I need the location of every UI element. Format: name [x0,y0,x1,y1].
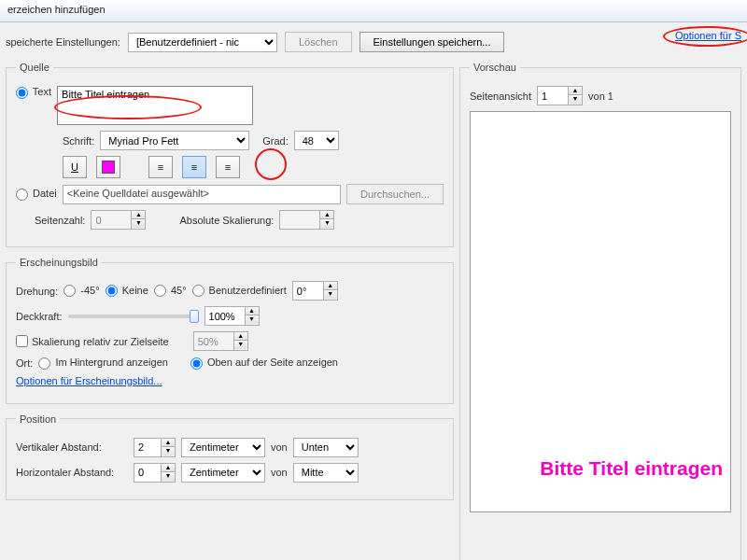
slider-thumb-icon[interactable] [190,310,199,323]
vdist-label: Vertikaler Abstand: [16,441,128,453]
size-select[interactable]: 48 [294,131,339,150]
vdist-unit-select[interactable]: Zentimeter [181,438,265,457]
size-label: Grad: [262,135,289,147]
rot-custom-radio[interactable]: Benutzerdefiniert [192,285,287,298]
appearance-options-link[interactable]: Optionen für Erscheinungsbild... [16,375,162,386]
absscale-label: Absolute Skalierung: [179,215,274,226]
color-swatch-icon [102,161,115,174]
page-options-link[interactable]: Optionen für S [675,30,741,41]
spin-up-icon: ▲ [132,211,145,219]
opacity-slider[interactable] [68,315,199,318]
saved-settings-label: speicherte Einstellungen: [6,36,120,48]
rotation-input[interactable] [292,281,324,301]
preview-canvas: Bitte Titel eintragen [470,111,731,512]
preview-fieldset: Vorschau Seitenansicht ▲▼ von 1 Bitte Ti… [459,62,741,560]
appearance-fieldset: Erscheinungsbild Drehung: -45° Keine 45°… [6,257,454,404]
preview-legend: Vorschau [470,62,520,73]
appearance-legend: Erscheinungsbild [16,257,102,268]
scale-input [193,331,234,351]
v-from-label: von [271,441,288,453]
h-from-label: von [271,467,288,478]
text-radio[interactable]: Text [16,86,51,99]
hdist-input[interactable] [134,463,162,483]
position-legend: Position [16,413,60,425]
scale-checkbox[interactable]: Skalierung relativ zur Zielseite [16,335,169,347]
font-select[interactable]: Myriad Pro Fett [100,131,249,150]
opacity-input[interactable] [204,306,246,326]
rot-m45-radio[interactable]: -45° [63,285,99,298]
pageview-input[interactable] [537,86,569,105]
delete-button: Löschen [285,32,352,52]
pageview-of-label: von 1 [588,91,613,102]
source-legend: Quelle [16,62,53,73]
file-path-display: <Keine Quelldatei ausgewählt> [63,185,341,204]
place-fg-radio[interactable]: Oben auf der Seite anzeigen [190,357,338,370]
save-settings-button[interactable]: Einstellungen speichern... [359,32,505,52]
align-center-button[interactable]: ≡ [182,156,206,178]
window-titlebar: erzeichen hinzufügen [0,0,747,22]
pageview-label: Seitenansicht [470,91,531,102]
position-fieldset: Position Vertikaler Abstand: ▲▼ Zentimet… [6,413,454,500]
rot-45-radio[interactable]: 45° [154,285,187,298]
browse-button: Durchsuchen... [346,184,444,204]
pagecount-input [91,210,132,230]
color-button[interactable] [96,156,120,178]
vdist-input[interactable] [134,438,162,457]
spin-down-icon: ▼ [132,219,145,228]
hdist-from-select[interactable]: Mitte [293,463,359,483]
align-left-button[interactable]: ≡ [148,156,173,178]
toolbar: speicherte Einstellungen: [Benutzerdefin… [0,22,747,62]
rot-none-radio[interactable]: Keine [106,285,148,298]
font-label: Schrift: [63,135,94,147]
opacity-label: Deckkraft: [16,311,63,322]
file-radio[interactable]: Datei [16,188,57,201]
underline-button[interactable]: U [63,156,87,178]
hdist-label: Horizontaler Abstand: [16,467,128,478]
vdist-from-select[interactable]: Unten [293,438,359,457]
rotation-label: Drehung: [16,286,58,297]
align-right-button[interactable]: ≡ [216,156,240,178]
absscale-input [279,210,320,230]
source-fieldset: Quelle Text Bitte Titel eintragen Schrif… [6,62,454,247]
preset-select[interactable]: [Benutzerdefiniert - nic [128,33,277,52]
place-label: Ort: [16,357,33,369]
watermark-preview-text: Bitte Titel eintragen [540,457,723,480]
pagecount-label: Seitenzahl: [35,215,85,226]
watermark-text-input[interactable]: Bitte Titel eintragen [57,86,253,125]
place-bg-radio[interactable]: Im Hintergrund anzeigen [38,357,168,370]
hdist-unit-select[interactable]: Zentimeter [181,463,265,483]
